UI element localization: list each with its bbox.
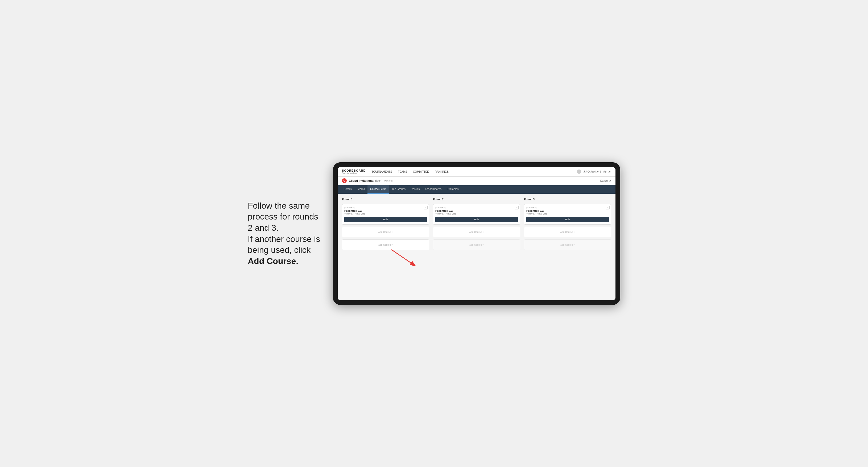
round-2-column: Round 2 ○ (Course A) Peachtree GC Yellow…: [433, 198, 520, 250]
tab-results[interactable]: Results: [408, 185, 422, 194]
scoreboard-logo: SCOREBOARD Powered by clippd: [342, 169, 366, 174]
round-1-edit-button[interactable]: Edit: [344, 217, 427, 222]
instruction-text: Follow the same process for rounds 2 and…: [248, 201, 320, 266]
round-3-add-course-label-2: Add Course +: [560, 244, 575, 246]
tab-printables[interactable]: Printables: [444, 185, 461, 194]
hosting-badge: Hosting: [384, 179, 393, 182]
logo-title: SCOREBOARD: [342, 169, 366, 172]
round-3-edit-button[interactable]: Edit: [526, 217, 609, 222]
men-tag: (Men): [375, 179, 382, 182]
round-1-add-course-label-2: Add Course +: [378, 244, 393, 246]
tab-details[interactable]: Details: [341, 185, 354, 194]
round-3-course-card-wrapper: ○ (Course A) Peachtree GC Yellow (M) (66…: [524, 204, 611, 225]
round-3-add-course-2[interactable]: Add Course +: [524, 240, 611, 250]
round-2-label: Round 2: [433, 198, 520, 201]
round-1-add-course-label-1: Add Course +: [378, 231, 393, 234]
page-wrapper: Follow the same process for rounds 2 and…: [248, 162, 620, 305]
tab-teams[interactable]: Teams: [354, 185, 368, 194]
round-2-course-card: ○ (Course A) Peachtree GC Yellow (M) (66…: [433, 204, 520, 225]
top-nav: SCOREBOARD Powered by clippd TOURNAMENTS…: [338, 167, 616, 177]
round-2-course-tag: (Course A): [435, 207, 518, 209]
round-2-add-course-label-1: Add Course +: [469, 231, 484, 234]
round-3-course-tag: (Course A): [526, 207, 609, 209]
tournament-title: Clippd Invitational: [349, 179, 374, 182]
round-2-course-details: Yellow (M) (6629 yds): [435, 213, 518, 215]
round-3-add-course-label-1: Add Course +: [560, 231, 575, 234]
add-course-emphasis: Add Course.: [248, 256, 298, 266]
tablet-device: SCOREBOARD Powered by clippd TOURNAMENTS…: [333, 162, 620, 305]
round-1-add-course-2[interactable]: Add Course +: [342, 240, 429, 250]
round-1-course-details: Yellow (M) (6629 yds): [344, 213, 427, 215]
round-2-course-name: Peachtree GC: [435, 210, 518, 212]
sign-out-link[interactable]: Sign out: [602, 170, 611, 173]
logo-sub: Powered by clippd: [342, 172, 366, 174]
round-3-course-card: ○ (Course A) Peachtree GC Yellow (M) (66…: [524, 204, 611, 225]
round-2-edit-button[interactable]: Edit: [435, 217, 518, 222]
round-1-course-card-wrapper: ○ (Course A) Peachtree GC Yellow (M) (66…: [342, 204, 429, 225]
round-3-remove-button[interactable]: ○: [606, 206, 610, 210]
round-3-add-course-1[interactable]: Add Course +: [524, 227, 611, 237]
round-3-course-details: Yellow (M) (6629 yds): [526, 213, 609, 215]
tab-bar: Details Teams Course Setup Tee Groups Re…: [338, 185, 616, 194]
round-2-remove-button[interactable]: ○: [515, 206, 519, 210]
nav-committee[interactable]: COMMITTEE: [412, 170, 430, 173]
round-3-label: Round 3: [524, 198, 611, 201]
content-area: Round 1 ○ (Course A) Peachtree GC Yellow…: [338, 194, 616, 300]
sub-header: C Clippd Invitational (Men) Hosting Canc…: [338, 177, 616, 185]
user-email: blair@clippd.io: [583, 170, 598, 173]
tablet-screen: SCOREBOARD Powered by clippd TOURNAMENTS…: [338, 167, 616, 300]
clippd-icon: C: [342, 178, 347, 183]
tab-course-setup[interactable]: Course Setup: [368, 185, 389, 194]
top-nav-right: blair@clippd.io | Sign out: [577, 169, 611, 174]
round-1-label: Round 1: [342, 198, 429, 201]
instruction-panel: Follow the same process for rounds 2 and…: [248, 200, 322, 267]
round-2-add-course-label-2: Add Course +: [469, 244, 484, 246]
round-2-course-card-wrapper: ○ (Course A) Peachtree GC Yellow (M) (66…: [433, 204, 520, 225]
cancel-button[interactable]: Cancel ✕: [600, 179, 611, 182]
round-1-course-card: ○ (Course A) Peachtree GC Yellow (M) (66…: [342, 204, 429, 225]
nav-rankings[interactable]: RANKINGS: [434, 170, 449, 173]
user-avatar: [577, 169, 581, 174]
top-nav-links: TOURNAMENTS TEAMS COMMITTEE RANKINGS: [371, 170, 577, 173]
round-2-add-course-2[interactable]: Add Course +: [433, 240, 520, 250]
separator: |: [600, 170, 601, 173]
round-1-add-course-1[interactable]: Add Course +: [342, 227, 429, 237]
tab-leaderboards[interactable]: Leaderboards: [422, 185, 444, 194]
round-1-course-tag: (Course A): [344, 207, 427, 209]
nav-tournaments[interactable]: TOURNAMENTS: [371, 170, 393, 173]
round-3-course-name: Peachtree GC: [526, 210, 609, 212]
nav-teams[interactable]: TEAMS: [398, 170, 408, 173]
round-2-add-course-1[interactable]: Add Course +: [433, 227, 520, 237]
round-1-column: Round 1 ○ (Course A) Peachtree GC Yellow…: [342, 198, 429, 250]
rounds-grid: Round 1 ○ (Course A) Peachtree GC Yellow…: [342, 198, 611, 250]
round-1-remove-button[interactable]: ○: [424, 206, 428, 210]
round-3-column: Round 3 ○ (Course A) Peachtree GC Yellow…: [524, 198, 611, 250]
tab-tee-groups[interactable]: Tee Groups: [389, 185, 408, 194]
round-1-course-name: Peachtree GC: [344, 210, 427, 212]
